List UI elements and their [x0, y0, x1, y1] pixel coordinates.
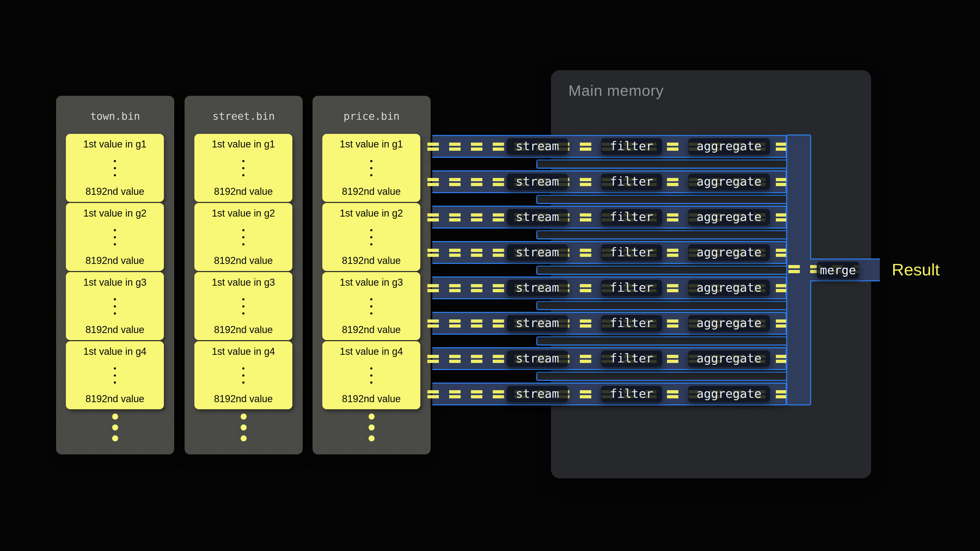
- column-ellipsis-dot: [369, 414, 375, 419]
- value-block-last-row: 8192nd value: [342, 394, 401, 404]
- value-blocks: 1st value in g1 8192nd value 1st value i…: [194, 134, 293, 410]
- value-block: 1st value in g3 8192nd value: [66, 272, 164, 340]
- file-column-title: town.bin: [56, 110, 174, 122]
- stream-stage-box: stream: [507, 350, 568, 367]
- pipeline-lane: stream filter aggregate: [432, 205, 787, 228]
- column-ellipsis-dot: [241, 424, 247, 430]
- buffer-box: [536, 159, 788, 168]
- column-ellipsis-dot: [369, 424, 375, 430]
- value-block-last-row: 8192nd value: [214, 324, 273, 335]
- value-block-ellipsis: [114, 367, 116, 383]
- filter-stage-box: filter: [601, 173, 662, 190]
- stage: Main memory town.bin 1st value in g1 819…: [0, 0, 980, 551]
- aggregate-stage-box: aggregate: [688, 350, 770, 367]
- file-column: street.bin 1st value in g1 8192nd value …: [185, 96, 303, 454]
- filter-stage-box: filter: [601, 315, 662, 331]
- stream-stage-box: stream: [507, 244, 568, 260]
- stream-stage-box: stream: [507, 279, 568, 296]
- value-block-ellipsis: [114, 229, 116, 245]
- value-block: 1st value in g4 8192nd value: [194, 341, 293, 409]
- value-block: 1st value in g1 8192nd value: [322, 134, 420, 202]
- value-block-ellipsis: [370, 367, 372, 383]
- stream-stage-box: stream: [507, 315, 568, 331]
- merge-box: merge: [817, 262, 859, 279]
- aggregate-stage-box: aggregate: [688, 315, 770, 331]
- aggregate-stage-box: aggregate: [688, 173, 770, 190]
- value-block-last-row: 8192nd value: [214, 186, 273, 197]
- column-ellipsis: [56, 414, 174, 441]
- column-ellipsis: [312, 414, 431, 441]
- value-block-first-row: 1st value in g3: [212, 277, 275, 288]
- value-block-first-row: 1st value in g1: [83, 139, 146, 150]
- value-block: 1st value in g3 8192nd value: [322, 272, 420, 340]
- stream-stage-box: stream: [507, 138, 568, 154]
- pipeline-lane: stream filter aggregate: [432, 311, 787, 334]
- value-block-ellipsis: [370, 298, 372, 314]
- pipeline-lane: stream filter aggregate: [432, 170, 787, 193]
- aggregate-stage-box: aggregate: [688, 386, 770, 402]
- value-block-ellipsis: [114, 160, 116, 176]
- result-label: Result: [892, 260, 940, 280]
- value-block-first-row: 1st value in g1: [212, 139, 275, 150]
- value-blocks: 1st value in g1 8192nd value 1st value i…: [66, 134, 164, 410]
- value-blocks: 1st value in g1 8192nd value 1st value i…: [322, 134, 420, 410]
- value-block-ellipsis: [242, 367, 245, 383]
- value-block-last-row: 8192nd value: [342, 324, 401, 335]
- value-block-ellipsis: [242, 160, 245, 176]
- value-block-first-row: 1st value in g4: [340, 346, 403, 357]
- main-memory-title: Main memory: [568, 82, 664, 100]
- file-column: town.bin 1st value in g1 8192nd value 1s…: [56, 96, 174, 454]
- stream-stage-box: stream: [507, 386, 568, 402]
- aggregate-stage-box: aggregate: [688, 244, 770, 260]
- filter-stage-box: filter: [601, 138, 662, 154]
- value-block-last-row: 8192nd value: [86, 255, 144, 266]
- pipeline-lane: stream filter aggregate: [432, 241, 787, 264]
- value-block-first-row: 1st value in g2: [212, 208, 275, 219]
- value-block-first-row: 1st value in g2: [340, 208, 403, 219]
- pipeline-lane: stream filter aggregate: [432, 135, 787, 157]
- file-column-title: price.bin: [312, 110, 431, 122]
- value-block-first-row: 1st value in g1: [340, 139, 403, 150]
- column-ellipsis: [185, 414, 303, 441]
- filter-stage-box: filter: [601, 350, 662, 367]
- value-block: 1st value in g2 8192nd value: [66, 203, 164, 271]
- aggregate-stage-box: aggregate: [688, 138, 770, 154]
- value-block-first-row: 1st value in g2: [83, 208, 146, 219]
- filter-stage-box: filter: [601, 244, 662, 260]
- file-column: price.bin 1st value in g1 8192nd value 1…: [312, 96, 431, 454]
- filter-stage-box: filter: [601, 386, 662, 402]
- diagram-viewport: Main memory town.bin 1st value in g1 819…: [0, 0, 980, 551]
- stream-stage-box: stream: [507, 173, 568, 190]
- value-block: 1st value in g4 8192nd value: [322, 341, 420, 409]
- value-block-last-row: 8192nd value: [214, 394, 273, 404]
- value-block: 1st value in g1 8192nd value: [66, 134, 164, 202]
- buffer-box: [536, 372, 788, 381]
- value-block-last-row: 8192nd value: [86, 186, 144, 197]
- value-block-first-row: 1st value in g3: [83, 277, 146, 288]
- value-block-ellipsis: [370, 229, 372, 245]
- column-ellipsis-dot: [112, 414, 118, 419]
- value-block-ellipsis: [242, 298, 245, 314]
- pipeline-lane: stream filter aggregate: [432, 276, 787, 299]
- value-block-ellipsis: [114, 298, 116, 314]
- value-block: 1st value in g1 8192nd value: [194, 134, 293, 202]
- value-block: 1st value in g2 8192nd value: [194, 203, 293, 271]
- value-block-first-row: 1st value in g4: [212, 346, 275, 357]
- value-block-last-row: 8192nd value: [86, 394, 144, 404]
- column-ellipsis-dot: [112, 424, 118, 430]
- stream-stage-box: stream: [507, 209, 568, 225]
- buffer-box: [536, 301, 788, 310]
- value-block-last-row: 8192nd value: [342, 255, 401, 266]
- value-block-ellipsis: [242, 229, 245, 245]
- value-block: 1st value in g3 8192nd value: [194, 272, 293, 340]
- buffer-box: [536, 230, 788, 239]
- value-block: 1st value in g2 8192nd value: [322, 203, 420, 271]
- filter-stage-box: filter: [601, 279, 662, 296]
- value-block-last-row: 8192nd value: [86, 324, 144, 335]
- aggregate-stage-box: aggregate: [688, 209, 770, 225]
- value-block-first-row: 1st value in g4: [83, 346, 146, 357]
- column-ellipsis-dot: [241, 414, 247, 419]
- aggregate-stage-box: aggregate: [688, 279, 770, 296]
- value-block-ellipsis: [370, 160, 372, 176]
- pipeline-lane: stream filter aggregate: [432, 382, 787, 405]
